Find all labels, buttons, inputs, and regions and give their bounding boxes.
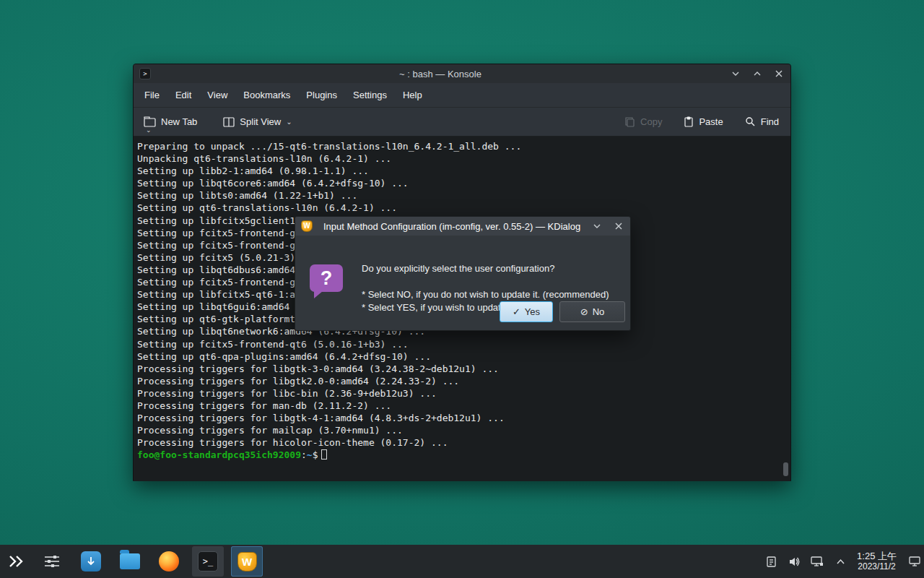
kdialog-more-button[interactable]	[591, 220, 603, 232]
im-config-icon: W	[237, 552, 257, 571]
find-icon	[745, 116, 756, 127]
no-button[interactable]: ⊘ No	[559, 301, 625, 322]
toolbar: ⌄ New Tab Split View ⌄ Copy	[134, 108, 790, 137]
app-launcher-button[interactable]	[0, 545, 32, 578]
dialog-option-no-text: * Select NO, if you do not wish to updat…	[362, 289, 609, 300]
firefox-icon	[159, 551, 179, 571]
question-mark-icon: ?	[310, 264, 343, 292]
new-tab-label: New Tab	[161, 116, 197, 127]
konsole-task[interactable]: >_	[192, 546, 224, 577]
prompt-dollar: $	[313, 449, 318, 460]
menu-settings[interactable]: Settings	[345, 83, 395, 107]
kdialog-close-button[interactable]	[613, 220, 624, 232]
new-tab-button[interactable]: ⌄ New Tab	[144, 116, 197, 127]
terminal-scrollbar-thumb[interactable]	[783, 462, 788, 476]
display-icon	[811, 556, 824, 567]
terminal-cursor	[321, 449, 327, 460]
kdialog-window: W Input Method Configuration (im-config,…	[295, 216, 631, 331]
find-button[interactable]: Find	[745, 116, 779, 127]
menu-bookmarks[interactable]: Bookmarks	[235, 83, 298, 107]
clock-time: 1:25 上午	[857, 551, 897, 561]
terminal-line: Setting up qt6-translations-l10n (6.4.2-…	[137, 202, 782, 214]
dialog-question-text: Do you explicitly select the user config…	[362, 263, 554, 274]
task-icons: >_ W	[75, 546, 263, 577]
close-button[interactable]	[773, 68, 785, 79]
system-tray	[764, 555, 847, 568]
check-icon: ✓	[513, 307, 520, 316]
prompt-colon: :	[301, 449, 307, 460]
kdialog-titlebar[interactable]: W Input Method Configuration (im-config,…	[295, 217, 630, 236]
terminal-line: Processing triggers for libgtk2.0-0:amd6…	[137, 375, 782, 387]
find-label: Find	[761, 116, 779, 127]
kdialog-app-icon: W	[301, 220, 313, 232]
split-view-label: Split View	[240, 116, 281, 127]
terminal-line: Processing triggers for mailcap (3.70+nm…	[137, 424, 782, 436]
prompt-user-host: foo@foo-standardpcq35ich92009	[137, 449, 301, 460]
konsole-titlebar[interactable]: > ~ : bash — Konsole	[134, 64, 790, 83]
yes-button-label: Yes	[525, 306, 540, 317]
dialog-option-yes-text: * Select YES, if you wish to update it.	[362, 302, 516, 313]
terminal-line: Setting up qt6-qpa-plugins:amd64 (6.4.2+…	[137, 350, 782, 363]
firefox-launcher[interactable]	[153, 546, 185, 577]
prompt-path: ~	[307, 449, 313, 460]
new-tab-icon	[144, 116, 156, 127]
minimize-button[interactable]	[730, 68, 741, 79]
terminal-line: Processing triggers for hicolor-icon-the…	[137, 436, 782, 449]
paste-label: Paste	[699, 116, 723, 127]
terminal-line: Processing triggers for libgtk-4-1:amd64…	[137, 412, 782, 424]
dolphin-launcher[interactable]	[114, 546, 146, 577]
kdialog-title: Input Method Configuration (im-config, v…	[313, 221, 591, 232]
copy-icon	[624, 116, 635, 127]
copy-button: Copy	[624, 116, 662, 127]
menu-help[interactable]: Help	[395, 83, 430, 107]
desktop: > ~ : bash — Konsole FileEditViewBookmar…	[0, 0, 924, 578]
menu-edit[interactable]: Edit	[167, 83, 199, 107]
terminal-line: Setting up libts0:amd64 (1.22-1+b1) ...	[137, 189, 782, 202]
terminal-line: Processing triggers for libgtk-3-0:amd64…	[137, 363, 782, 375]
split-view-icon	[223, 117, 235, 127]
terminal-line: Processing triggers for man-db (2.11.2-2…	[137, 400, 782, 412]
terminal-line: Unpacking qt6-translations-l10n (6.4.2-1…	[137, 152, 782, 165]
terminal-line: Processing triggers for libc-bin (2.36-9…	[137, 387, 782, 400]
menu-bar: FileEditViewBookmarksPluginsSettingsHelp	[134, 83, 790, 108]
maximize-button[interactable]	[751, 68, 763, 79]
digital-clock[interactable]: 1:25 上午 2023/11/2	[857, 551, 897, 572]
menu-file[interactable]: File	[136, 83, 167, 107]
terminal-line: Preparing to unpack .../15-qt6-translati…	[137, 140, 782, 152]
kdialog-body: ? Do you explicitly select the user conf…	[295, 236, 630, 331]
terminal-line: Setting up libb2-1:amd64 (0.98.1-1.1) ..…	[137, 165, 782, 177]
konsole-app-icon: >	[139, 68, 151, 79]
desktop-icon	[909, 556, 920, 566]
paste-icon	[684, 116, 694, 127]
volume-tray-button[interactable]	[788, 555, 801, 568]
no-button-label: No	[593, 306, 605, 317]
yes-button[interactable]: ✓ Yes	[500, 301, 553, 322]
clipboard-icon	[766, 556, 777, 567]
menu-view[interactable]: View	[199, 83, 235, 107]
prohibit-icon: ⊘	[580, 307, 588, 316]
copy-label: Copy	[640, 116, 662, 127]
folder-icon	[120, 553, 140, 569]
show-desktop-button[interactable]	[905, 545, 924, 578]
split-view-caret-icon: ⌄	[286, 118, 292, 126]
paste-button[interactable]: Paste	[684, 116, 723, 127]
split-view-button[interactable]: Split View ⌄	[223, 116, 292, 127]
discover-launcher[interactable]	[75, 546, 107, 577]
expand-tray-button[interactable]	[834, 555, 847, 568]
window-title: ~ : bash — Konsole	[151, 69, 730, 79]
speaker-icon	[788, 556, 801, 567]
clock-date: 2023/11/2	[857, 561, 897, 572]
terminal-line: Setting up libqt6core6:amd64 (6.4.2+dfsg…	[137, 177, 782, 189]
new-tab-caret-icon: ⌄	[146, 126, 152, 134]
kdialog-task[interactable]: W	[231, 546, 263, 577]
discover-icon	[81, 551, 101, 571]
terminal-prompt-line: foo@foo-standardpcq35ich92009:~$	[137, 449, 782, 461]
display-tray-button[interactable]	[811, 555, 824, 568]
task-manager-settings-button[interactable]	[39, 545, 65, 578]
clipboard-tray-button[interactable]	[764, 555, 777, 568]
konsole-icon: >_	[198, 551, 218, 571]
menu-plugins[interactable]: Plugins	[298, 83, 345, 107]
chevron-up-icon	[836, 558, 845, 565]
launcher-icon	[7, 554, 25, 569]
terminal-line: Setting up fcitx5-frontend-qt6 (5.0.16-1…	[137, 338, 782, 350]
